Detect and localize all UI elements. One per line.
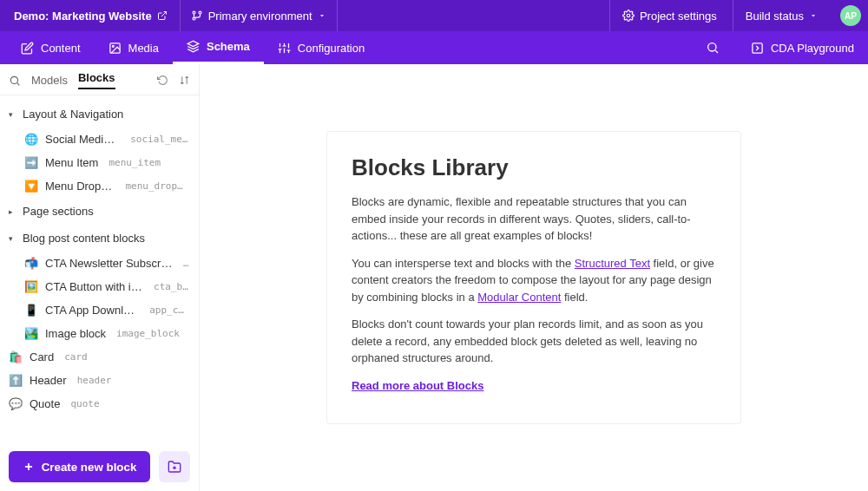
item-icon: 🖼️: [24, 280, 38, 293]
item-label: Menu Item: [45, 156, 98, 169]
item-icon: 💬: [9, 397, 23, 410]
sidebar: Models Blocks ▾Layout & Navigation🌐Socia…: [0, 64, 200, 491]
item-icon: ➡️: [24, 156, 38, 169]
svg-point-1: [193, 11, 195, 14]
item-label: Header: [30, 374, 67, 387]
svg-line-21: [17, 82, 20, 85]
svg-rect-19: [753, 43, 762, 52]
item-icon: 🛍️: [9, 350, 23, 363]
nav-media[interactable]: Media: [95, 31, 173, 64]
caret-icon: ▾: [9, 234, 17, 243]
item-icon: 📱: [24, 304, 38, 317]
group-label: Page sections: [23, 205, 94, 218]
cda-playground-button[interactable]: CDA Playground: [737, 31, 861, 64]
playground-icon: [751, 42, 764, 55]
structured-text-link[interactable]: Structured Text: [575, 257, 650, 270]
sliders-icon: [278, 42, 291, 55]
sidebar-group[interactable]: ▾Blog post content blocks: [0, 225, 195, 252]
nav-configuration[interactable]: Configuration: [264, 31, 378, 64]
svg-point-17: [708, 43, 716, 51]
item-label: Image block: [45, 327, 106, 340]
chevron-down-icon: [809, 11, 818, 20]
sidebar-item[interactable]: ⬆️Headerheader: [0, 369, 195, 392]
group-label: Layout & Navigation: [23, 108, 123, 121]
nav-content[interactable]: Content: [7, 31, 95, 64]
external-link-icon[interactable]: [157, 10, 168, 21]
gear-icon: [622, 10, 635, 22]
item-label: CTA Button with image: [45, 280, 143, 293]
nav-label: Media: [128, 42, 159, 55]
sidebar-tab-models[interactable]: Models: [31, 74, 68, 87]
item-icon: 🏞️: [24, 327, 38, 340]
svg-point-20: [10, 76, 17, 83]
environment-switcher[interactable]: Primary environment: [180, 0, 338, 31]
structured-text-paragraph: You can intersperse text and blocks with…: [352, 255, 716, 306]
nav-schema[interactable]: Schema: [173, 31, 264, 64]
item-icon: 📬: [24, 257, 38, 270]
item-icon: ⬆️: [9, 374, 23, 387]
sort-icon[interactable]: [179, 75, 190, 86]
item-api-key: menu_item: [108, 157, 161, 168]
sidebar-item[interactable]: ➡️Menu Itemmenu_item: [0, 151, 195, 174]
item-icon: 🌐: [24, 133, 38, 146]
item-api-key: social_medi…: [130, 134, 188, 145]
chevron-down-icon: [318, 11, 326, 20]
sidebar-item[interactable]: 🔽Menu Dropdownmenu_dropdown: [0, 174, 195, 198]
project-title: Demo: Marketing Website: [7, 10, 174, 23]
item-api-key: header: [77, 375, 112, 386]
item-api-key: image_block: [116, 328, 180, 339]
item-api-key: menu_dropdown: [125, 180, 188, 192]
create-block-button[interactable]: Create new block: [9, 451, 150, 482]
sidebar-item[interactable]: 🖼️CTA Button with imagecta_bu…: [0, 275, 195, 298]
intro-paragraph: Blocks are dynamic, flexible and repeata…: [352, 193, 716, 245]
item-api-key: card: [64, 351, 88, 363]
item-label: Quote: [30, 397, 60, 410]
folder-plus-icon: [168, 460, 181, 474]
modular-content-link[interactable]: Modular Content: [477, 291, 561, 304]
sidebar-group[interactable]: ▾Layout & Navigation: [0, 101, 195, 128]
svg-point-6: [112, 45, 114, 47]
sidebar-item[interactable]: 🌐Social Media Iconsocial_medi…: [0, 128, 195, 151]
svg-marker-7: [187, 41, 199, 46]
project-title-text: Demo: Marketing Website: [14, 10, 152, 23]
sidebar-group[interactable]: ▸Page sections: [0, 198, 195, 225]
project-settings-button[interactable]: Project settings: [609, 0, 729, 31]
svg-point-3: [199, 11, 201, 14]
sidebar-item[interactable]: 📬CTA Newsletter Subscription…: [0, 252, 195, 275]
branch-icon: [191, 10, 203, 22]
item-api-key: quote: [70, 398, 99, 409]
item-label: CTA Newsletter Subscription: [45, 257, 173, 270]
svg-line-18: [715, 50, 718, 53]
environment-label: Primary environment: [208, 10, 312, 23]
svg-point-4: [627, 14, 630, 17]
group-label: Blog post content blocks: [23, 232, 145, 245]
layers-icon: [187, 40, 200, 53]
build-status-label: Build status: [746, 10, 804, 23]
history-icon[interactable]: [157, 75, 168, 86]
plus-icon: [23, 461, 35, 473]
project-settings-label: Project settings: [640, 10, 717, 23]
search-icon[interactable]: [9, 75, 21, 87]
avatar-initials: AP: [845, 11, 857, 21]
create-folder-button[interactable]: [159, 451, 190, 482]
sidebar-tab-blocks[interactable]: Blocks: [78, 71, 115, 89]
cda-playground-label: CDA Playground: [771, 42, 854, 55]
build-status-button[interactable]: Build status: [733, 0, 830, 31]
sidebar-item[interactable]: 💬Quotequote: [0, 392, 195, 416]
nav-label: Configuration: [298, 42, 365, 55]
svg-point-2: [193, 17, 195, 20]
sidebar-item[interactable]: 🛍️Cardcard: [0, 345, 195, 369]
sidebar-item[interactable]: 🏞️Image blockimage_block: [0, 322, 195, 345]
svg-line-0: [161, 12, 167, 17]
image-icon: [108, 42, 122, 55]
limits-paragraph: Blocks don't count towards your plan rec…: [352, 316, 716, 367]
avatar[interactable]: AP: [840, 5, 861, 26]
item-icon: 🔽: [24, 180, 38, 193]
item-label: Card: [30, 350, 54, 363]
read-more-link[interactable]: Read more about Blocks: [352, 379, 483, 392]
item-api-key: cta_bu…: [154, 281, 188, 292]
item-api-key: …: [183, 258, 188, 269]
sidebar-item[interactable]: 📱CTA App Downloadapp_cta: [0, 298, 195, 322]
caret-icon: ▾: [9, 110, 17, 119]
search-icon[interactable]: [695, 41, 730, 55]
